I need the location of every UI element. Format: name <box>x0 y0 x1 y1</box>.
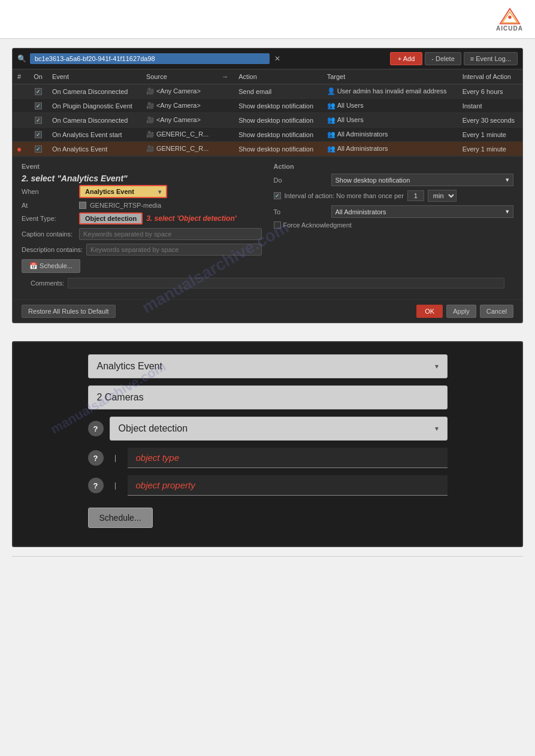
row-source: 🎥<Any Camera> <box>141 84 217 99</box>
search-clear-icon[interactable]: ✕ <box>274 54 280 63</box>
chevron-down-icon: ▾ <box>435 362 439 371</box>
cancel-button[interactable]: Cancel <box>480 305 513 318</box>
comments-label: Comments: <box>31 280 64 287</box>
comments-row: Comments: <box>22 273 513 293</box>
interval-checkbox[interactable]: ✓ <box>274 192 281 199</box>
search-bar: 🔍 bc1e3613-a5a6-bf20-941f-41f11627da98 ✕… <box>13 48 522 69</box>
row-event: On Camera Disconnected <box>47 84 141 99</box>
row-sep <box>217 99 234 113</box>
row-interval: Instant <box>458 99 522 113</box>
at-row: At GENERIC_RTSP-media <box>22 202 262 209</box>
form-area: Event 2. select "Analytics Event" When A… <box>13 156 522 299</box>
row-event: On Camera Disconnected <box>47 113 141 127</box>
do-row: Do Show desktop notification ▾ <box>274 174 514 186</box>
table-row[interactable]: ✓ On Analytics Event start 🎥GENERIC_C_R.… <box>13 127 522 142</box>
object-type-input[interactable]: object type <box>128 448 448 468</box>
object-detection-label: Object detection <box>119 423 188 434</box>
interval-row: ✓ Interval of action: No more than once … <box>274 190 514 202</box>
action-section: Action Do Show desktop notification ▾ ✓ … <box>274 163 514 273</box>
cameras-display: 2 Cameras <box>88 385 448 409</box>
at-checkbox[interactable] <box>79 202 86 209</box>
row-action: Send email <box>234 84 322 99</box>
restore-button[interactable]: Restore All Rules to Default <box>22 305 116 318</box>
event-type-row: Event Type: Object detection 3. select '… <box>22 212 262 224</box>
on-value: Show desktop notification <box>335 177 410 184</box>
question-mark-icon-3: ? <box>88 478 104 493</box>
on-select[interactable]: Show desktop notification ▾ <box>331 174 514 186</box>
event-type-label: Event Type: <box>22 215 75 222</box>
on-chevron-icon: ▾ <box>506 176 509 184</box>
when-value: Analytics Event <box>85 188 134 195</box>
schedule-button-2[interactable]: Schedule... <box>88 508 153 528</box>
event-section-label: Event <box>22 163 262 170</box>
object-property-input[interactable]: object property <box>128 475 448 496</box>
force-ack-checkbox[interactable]: Force Acknowledgment <box>274 221 352 229</box>
apply-button[interactable]: Apply <box>446 305 476 318</box>
event-section: Event 2. select "Analytics Event" When A… <box>22 163 262 273</box>
ok-button[interactable]: OK <box>416 305 443 318</box>
do-label: Do <box>274 177 328 184</box>
col-on: On <box>29 69 47 84</box>
schedule-button[interactable]: 📅 Schedule... <box>22 259 80 273</box>
row-num <box>13 127 29 142</box>
row-sep <box>217 84 234 99</box>
row-on[interactable]: ✓ <box>29 127 47 142</box>
search-input[interactable]: bc1e3613-a5a6-bf20-941f-41f11627da98 <box>30 53 270 64</box>
description-input[interactable]: Keywords separated by space <box>86 244 261 256</box>
interval-unit-select[interactable]: min <box>428 190 457 202</box>
col-target: Target <box>322 69 458 84</box>
row-source: 🎥<Any Camera> <box>141 113 217 127</box>
force-ack-row: Force Acknowledgment <box>274 221 514 229</box>
row-on[interactable]: ✓ <box>29 84 47 99</box>
col-event: Event <box>47 69 141 84</box>
cameras-label: 2 Cameras <box>97 392 144 402</box>
table-row[interactable]: ✓ On Analytics Event 🎥GENERIC_C_R... Sho… <box>13 142 522 156</box>
object-detection-dropdown[interactable]: Object detection ▾ <box>110 417 448 441</box>
when-select[interactable]: Analytics Event ▾ <box>79 185 167 198</box>
when-row: When Analytics Event ▾ <box>22 185 262 198</box>
row-interval: Every 1 minute <box>458 127 522 142</box>
row-target: 👥All Users <box>322 99 458 113</box>
row-on[interactable]: ✓ <box>29 142 47 156</box>
comments-input[interactable] <box>68 278 504 289</box>
question-mark-icon-1: ? <box>88 421 104 436</box>
row-interval: Every 30 seconds <box>458 113 522 127</box>
analytics-event-dropdown[interactable]: Analytics Event ▾ <box>88 354 448 378</box>
row-on[interactable]: ✓ <box>29 113 47 127</box>
bottom-divider <box>12 556 523 557</box>
row-target: 👥All Administrators <box>322 127 458 142</box>
svg-point-2 <box>508 16 511 19</box>
action-section-label: Action <box>274 163 514 170</box>
row-target: 👤User admin has invalid email address <box>322 84 458 99</box>
logo-area: AICUDA <box>496 7 523 32</box>
table-row[interactable]: ✓ On Camera Disconnected 🎥<Any Camera> S… <box>13 113 522 127</box>
description-label: Description contains: <box>22 246 83 253</box>
description-row: Description contains: Keywords separated… <box>22 244 262 256</box>
row-sep <box>217 113 234 127</box>
analytics-event-label: Analytics Event <box>97 361 162 372</box>
interval-value-input[interactable] <box>407 190 424 201</box>
row-on[interactable]: ✓ <box>29 99 47 113</box>
description-placeholder: Keywords separated by space <box>90 246 179 253</box>
target-row: To All Administrators ▾ <box>274 205 514 218</box>
table-row[interactable]: ✓ On Plugin Diagnostic Event 🎥<Any Camer… <box>13 99 522 113</box>
delete-button[interactable]: - Delete <box>425 52 461 65</box>
row-action: Show desktop notification <box>234 127 322 142</box>
row-sep <box>217 127 234 142</box>
screenshot2-inner: Analytics Event ▾ 2 Cameras ? Object det… <box>88 354 448 528</box>
col-action: Action <box>234 69 322 84</box>
table-row[interactable]: ✓ On Camera Disconnected 🎥<Any Camera> S… <box>13 84 522 99</box>
caption-input[interactable]: Keywords separated by space <box>79 228 262 240</box>
event-log-button[interactable]: ≡ Event Log... <box>464 52 518 65</box>
row-event: On Analytics Event <box>47 142 141 156</box>
object-type-placeholder: object type <box>136 453 180 463</box>
target-select[interactable]: All Administrators ▾ <box>331 205 514 218</box>
at-label: At <box>22 202 75 209</box>
col-interval: Interval of Action <box>458 69 522 84</box>
row-sep <box>217 142 234 156</box>
interval-label: Interval of action: No more than once pe… <box>285 192 404 199</box>
object-detection-button[interactable]: Object detection <box>79 212 143 224</box>
add-button[interactable]: + Add <box>390 52 422 65</box>
row-source: 🎥GENERIC_C_R... <box>141 127 217 142</box>
event-table: # On Event Source → Action Target Interv… <box>13 69 522 156</box>
